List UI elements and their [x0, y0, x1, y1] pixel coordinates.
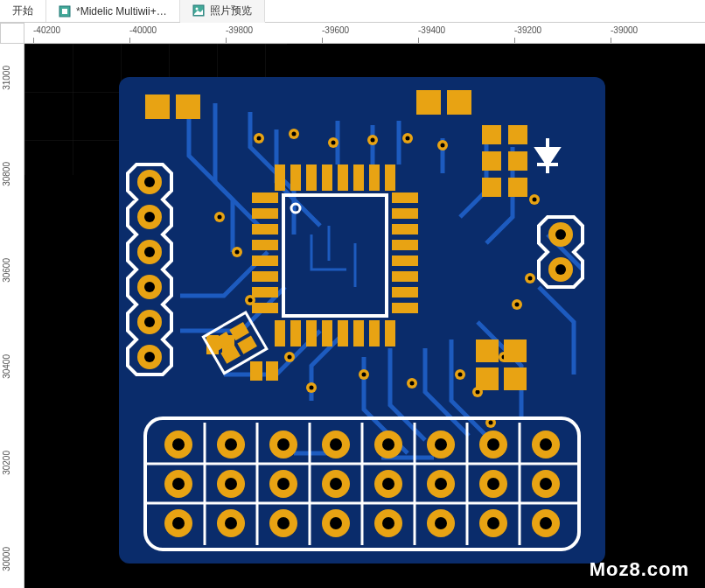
svg-point-111 [144, 282, 155, 292]
svg-point-32 [410, 382, 415, 386]
ruler-tick: -40200 [33, 25, 60, 35]
svg-rect-98 [392, 256, 418, 266]
ruler-tick: 30000 [2, 547, 11, 571]
svg-rect-59 [476, 368, 499, 390]
tab-label: *Midelic Multiwii+… [76, 5, 167, 18]
svg-point-164 [382, 517, 394, 529]
svg-rect-72 [306, 164, 317, 191]
svg-point-30 [362, 373, 366, 377]
tab-photo-preview[interactable]: 照片预览 [180, 0, 265, 23]
svg-point-156 [172, 517, 185, 529]
board-icon [59, 5, 71, 18]
pcb-board [119, 77, 605, 564]
svg-point-166 [435, 517, 447, 529]
tab-start[interactable]: 开始 [0, 0, 46, 22]
svg-rect-52 [508, 125, 527, 144]
ruler-tick: 30600 [2, 258, 11, 283]
svg-point-109 [144, 247, 155, 257]
svg-rect-49 [416, 90, 441, 115]
svg-rect-88 [252, 224, 278, 234]
svg-point-10 [292, 132, 297, 136]
svg-point-142 [225, 478, 237, 490]
svg-rect-77 [385, 164, 395, 191]
svg-rect-84 [369, 320, 380, 346]
svg-point-44 [533, 198, 537, 202]
svg-rect-74 [338, 164, 348, 191]
svg-rect-76 [369, 164, 380, 191]
svg-rect-86 [252, 192, 278, 203]
svg-point-134 [435, 438, 447, 451]
svg-point-119 [555, 264, 566, 275]
svg-rect-92 [252, 287, 278, 298]
svg-rect-101 [392, 303, 418, 313]
svg-point-162 [330, 517, 342, 529]
svg-rect-57 [476, 340, 499, 362]
ruler-tick: -39000 [611, 25, 638, 35]
svg-rect-64 [266, 361, 278, 381]
svg-rect-53 [482, 151, 501, 171]
svg-point-152 [487, 478, 499, 490]
svg-point-26 [288, 355, 292, 360]
ruler-horizontal[interactable]: -40200 -40000 -39800 -39600 -39400 -3920… [24, 23, 705, 44]
svg-point-42 [528, 276, 533, 281]
svg-rect-54 [508, 151, 527, 171]
tab-label: 照片预览 [210, 4, 252, 18]
svg-rect-58 [504, 340, 527, 362]
svg-rect-91 [252, 271, 278, 282]
svg-rect-79 [290, 320, 301, 346]
svg-point-14 [371, 138, 375, 143]
svg-point-158 [225, 517, 237, 529]
svg-rect-71 [290, 164, 301, 191]
svg-point-113 [144, 317, 155, 327]
svg-point-138 [540, 438, 552, 451]
svg-rect-80 [306, 320, 317, 346]
svg-point-146 [330, 478, 342, 490]
svg-rect-85 [385, 320, 395, 346]
tab-label: 开始 [12, 4, 33, 18]
svg-point-128 [277, 438, 290, 451]
svg-rect-48 [176, 94, 200, 119]
svg-rect-94 [392, 192, 418, 203]
ruler-vertical[interactable]: 31000 30800 30600 30400 30200 30000 [0, 44, 24, 588]
ruler-tick: 30800 [2, 162, 11, 186]
svg-rect-73 [322, 164, 332, 191]
svg-rect-78 [275, 320, 285, 346]
svg-rect-55 [482, 178, 501, 197]
ruler-tick: -39800 [226, 25, 253, 35]
svg-point-160 [277, 517, 290, 529]
ruler-tick: 30200 [2, 451, 11, 475]
ruler-tick: -39400 [418, 25, 445, 35]
ruler-tick: 31000 [2, 66, 11, 90]
svg-rect-81 [322, 320, 332, 346]
photo-icon [192, 4, 205, 17]
tab-file[interactable]: *Midelic Multiwii+… [46, 0, 180, 22]
svg-rect-47 [145, 94, 170, 119]
svg-rect-95 [392, 208, 418, 219]
svg-rect-60 [504, 368, 527, 390]
svg-point-130 [330, 438, 342, 451]
svg-rect-89 [252, 240, 278, 250]
svg-point-20 [218, 215, 222, 220]
svg-point-8 [257, 136, 262, 141]
pcb-canvas[interactable]: Moz8.com [24, 44, 705, 588]
svg-point-24 [248, 298, 253, 303]
svg-point-144 [277, 478, 290, 490]
svg-point-34 [458, 373, 463, 377]
svg-rect-82 [338, 320, 348, 346]
svg-rect-70 [275, 164, 285, 191]
svg-rect-56 [508, 178, 527, 197]
watermark-text: Moz8.com [590, 558, 689, 581]
svg-point-22 [235, 250, 240, 255]
svg-point-18 [441, 144, 445, 148]
svg-point-140 [172, 478, 185, 490]
svg-point-107 [144, 212, 155, 222]
svg-rect-1 [62, 9, 67, 14]
svg-point-115 [144, 352, 155, 362]
svg-point-154 [540, 478, 552, 490]
ruler-corner [0, 23, 24, 44]
svg-rect-97 [392, 240, 418, 250]
tab-bar: 开始 *Midelic Multiwii+… 照片预览 [0, 0, 705, 23]
svg-rect-96 [392, 224, 418, 234]
svg-point-136 [487, 438, 499, 451]
svg-point-46 [489, 421, 493, 425]
